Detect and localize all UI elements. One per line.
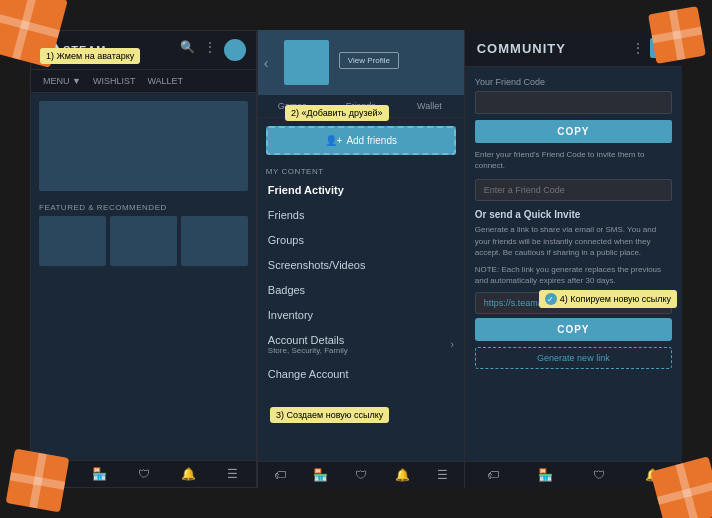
tab-wallet[interactable]: Wallet	[395, 95, 464, 117]
my-content-label: MY CONTENT	[258, 163, 464, 178]
add-friends-button[interactable]: 👤+ Add friends	[266, 126, 456, 155]
featured-item-3	[181, 216, 248, 266]
account-sub: Store, Security, Family	[268, 346, 348, 355]
community-header: COMMUNITY ⋮	[465, 30, 682, 67]
m-store-icon[interactable]: 🏪	[313, 468, 328, 482]
friend-code-label: Your Friend Code	[475, 77, 672, 87]
m-shield-icon[interactable]: 🛡	[355, 468, 367, 482]
check-icon: ✓	[545, 293, 557, 305]
view-profile-button[interactable]: View Profile	[339, 52, 399, 69]
featured-item-2	[110, 216, 177, 266]
m-bell-icon[interactable]: 🔔	[395, 468, 410, 482]
annotation-2: 2) «Добавить друзей»	[285, 105, 389, 121]
annotation-4: ✓ 4) Копируем новую ссылку	[539, 290, 677, 308]
expires-text: NOTE: Each link you generate replaces th…	[475, 264, 672, 286]
menu-item-inventory[interactable]: Inventory	[258, 303, 464, 328]
add-friends-icon: 👤+	[325, 135, 343, 146]
c-tag-icon[interactable]: 🏷	[487, 468, 499, 482]
annotation-1: 1) Жмем на аватарку	[40, 48, 140, 64]
featured-items	[31, 216, 256, 266]
account-label: Account Details	[268, 334, 348, 346]
generate-link-button[interactable]: Generate new link	[475, 347, 672, 369]
featured-label: FEATURED & RECOMMENDED	[31, 199, 256, 216]
gift-decoration-bl	[6, 449, 70, 513]
copy-button-bottom[interactable]: COPY	[475, 318, 672, 341]
back-button[interactable]: ‹	[264, 55, 269, 71]
friend-code-input[interactable]	[475, 91, 672, 114]
middle-bottom-bar: 🏷 🏪 🛡 🔔 ☰	[258, 461, 464, 488]
search-icon[interactable]: 🔍	[180, 39, 196, 55]
bell-icon[interactable]: 🔔	[181, 467, 196, 481]
quick-invite-label: Or send a Quick Invite	[475, 209, 672, 220]
menu-item-screenshots[interactable]: Screenshots/Videos	[258, 253, 464, 278]
copy-button-top[interactable]: COPY	[475, 120, 672, 143]
community-title: COMMUNITY	[477, 41, 566, 56]
m-hamburger-icon[interactable]: ☰	[437, 468, 448, 482]
steam-client-panel: STEAM 🔍 ⋮ MENU ▼ WISHLIST WALLET FEATURE…	[30, 30, 257, 488]
add-friends-label: Add friends	[346, 135, 397, 146]
profile-avatar[interactable]	[284, 40, 329, 85]
enter-code-input[interactable]	[475, 179, 672, 201]
profile-actions: View Profile	[339, 52, 454, 73]
steam-nav-tabs: MENU ▼ WISHLIST WALLET	[31, 70, 256, 93]
more-icon[interactable]: ⋮	[202, 39, 218, 55]
c-store-icon[interactable]: 🏪	[538, 468, 553, 482]
c-shield-icon[interactable]: 🛡	[593, 468, 605, 482]
menu-item-account[interactable]: Account Details Store, Security, Family …	[258, 328, 464, 362]
tab-menu[interactable]: MENU ▼	[39, 74, 85, 88]
quick-invite-desc: Generate a link to share via email or SM…	[475, 224, 672, 258]
arrow-icon: ›	[450, 339, 453, 350]
m-tag-icon[interactable]: 🏷	[274, 468, 286, 482]
menu-item-badges[interactable]: Badges	[258, 278, 464, 303]
shield-icon[interactable]: 🛡	[138, 467, 150, 481]
annotation-3: 3) Создаем новую ссылку	[270, 407, 389, 423]
steam-banner	[39, 101, 248, 191]
community-bottom-bar: 🏷 🏪 🛡 🔔	[465, 461, 682, 488]
tab-wallet[interactable]: WALLET	[143, 74, 187, 88]
steam-main-content: FEATURED & RECOMMENDED	[31, 93, 256, 460]
menu-item-friends[interactable]: Friends	[258, 203, 464, 228]
hamburger-icon[interactable]: ☰	[227, 467, 238, 481]
invite-text: Enter your friend's Friend Code to invit…	[475, 149, 672, 171]
profile-section: ‹ View Profile	[258, 30, 464, 95]
gift-decoration-tr	[648, 6, 706, 64]
avatar[interactable]	[224, 39, 246, 61]
community-more-icon[interactable]: ⋮	[632, 41, 644, 55]
menu-item-friend-activity[interactable]: Friend Activity	[258, 178, 464, 203]
community-content: Your Friend Code COPY Enter your friend'…	[465, 67, 682, 461]
tab-wishlist[interactable]: WISHLIST	[89, 74, 140, 88]
steam-header-icons: 🔍 ⋮	[180, 39, 246, 61]
store-icon[interactable]: 🏪	[92, 467, 107, 481]
featured-item-1	[39, 216, 106, 266]
menu-item-change-account[interactable]: Change Account	[258, 362, 464, 387]
community-panel: COMMUNITY ⋮ Your Friend Code COPY Enter …	[465, 30, 682, 488]
menu-item-groups[interactable]: Groups	[258, 228, 464, 253]
